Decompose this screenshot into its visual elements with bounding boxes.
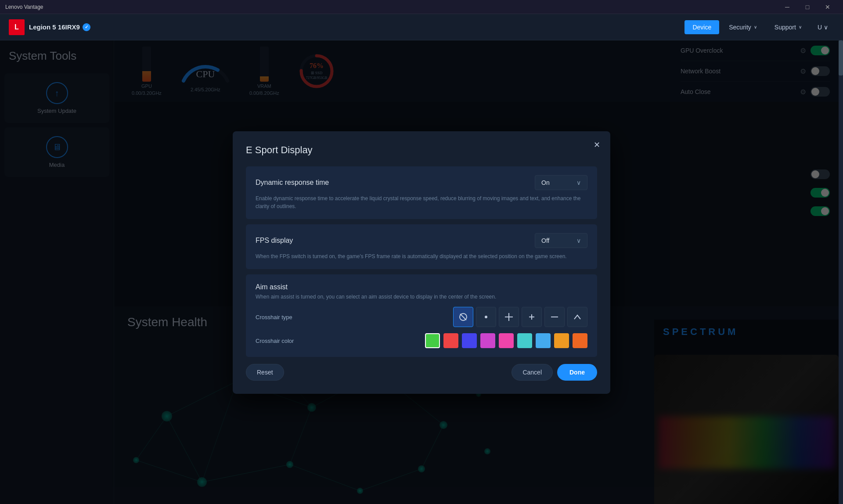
minus-icon (550, 312, 559, 322)
crosshair-type-buttons (453, 307, 587, 327)
nav-support-button[interactable]: Support ∨ (767, 20, 810, 34)
aim-assist-header: Aim assist (256, 283, 587, 291)
plus-icon (504, 312, 514, 322)
dynamic-response-label: Dynamic response time (256, 179, 329, 187)
svg-line-35 (460, 314, 466, 320)
title-bar-controls: ─ □ ✕ (777, 0, 838, 14)
crosshair-color-row: Crosshair color (256, 333, 587, 348)
fps-display-label: FPS display (256, 237, 293, 245)
crosshair-type-minus[interactable] (544, 307, 565, 327)
verified-icon: ✓ (83, 23, 90, 31)
dynamic-response-section: Dynamic response time On ∨ Enable dynami… (246, 166, 597, 219)
crosshair-type-chevron-up[interactable] (567, 307, 587, 327)
scrollbar-thumb[interactable] (839, 40, 843, 76)
nav-security-button[interactable]: Security ∨ (721, 20, 765, 34)
color-red[interactable] (443, 333, 458, 348)
reset-button[interactable]: Reset (246, 364, 284, 381)
color-blue[interactable] (462, 333, 477, 348)
circle-slash-icon (458, 312, 468, 322)
dynamic-response-header: Dynamic response time On ∨ (256, 175, 587, 190)
chevron-up-icon (573, 312, 582, 322)
modal-footer: Reset Cancel Done (246, 364, 597, 381)
esport-display-modal: E Sport Display ✕ Dynamic response time … (233, 131, 610, 394)
fps-display-value: Off (541, 237, 549, 244)
dynamic-response-dropdown[interactable]: On ∨ (535, 175, 587, 190)
app-title: Lenovo Vantage (5, 4, 43, 10)
color-orange[interactable] (573, 333, 587, 348)
support-chevron-icon: ∨ (799, 25, 802, 29)
device-name: Legion 5 16IRX9 ✓ (29, 23, 90, 31)
fps-display-chevron-icon: ∨ (576, 237, 581, 244)
svg-point-36 (485, 316, 487, 318)
crosshair-type-row: Crosshair type (256, 307, 587, 327)
crosshair-color-buttons (425, 333, 587, 348)
close-button[interactable]: ✕ (818, 0, 838, 14)
modal-title: E Sport Display (246, 144, 597, 156)
nav-right: Device Security ∨ Support ∨ U ∨ (684, 20, 834, 34)
cancel-button[interactable]: Cancel (512, 364, 553, 381)
dot-icon (481, 312, 491, 322)
scrollbar[interactable] (839, 40, 843, 504)
fps-display-section: FPS display Off ∨ When the FPS switch is… (246, 224, 597, 269)
color-cyan[interactable] (517, 333, 532, 348)
crosshair-color-label: Crosshair color (256, 337, 294, 344)
fps-display-header: FPS display Off ∨ (256, 233, 587, 248)
color-pink[interactable] (499, 333, 514, 348)
modal-close-button[interactable]: ✕ (590, 138, 603, 151)
aim-assist-desc: When aim assist is turned on, you can se… (256, 294, 587, 300)
fps-display-dropdown[interactable]: Off ∨ (535, 233, 587, 248)
security-chevron-icon: ∨ (754, 25, 757, 29)
color-purple[interactable] (480, 333, 495, 348)
lenovo-logo: L (9, 19, 25, 35)
fps-display-desc: When the FPS switch is turned on, the ga… (256, 252, 587, 260)
crosshair-type-dot[interactable] (476, 307, 496, 327)
dynamic-response-value: On (541, 179, 550, 186)
crosshair-type-small-plus[interactable] (522, 307, 542, 327)
done-button[interactable]: Done (557, 364, 597, 381)
nav-device-button[interactable]: Device (684, 20, 719, 34)
top-nav: L Legion 5 16IRX9 ✓ Device Security ∨ Su… (0, 14, 843, 40)
aim-assist-section: Aim assist When aim assist is turned on,… (246, 274, 597, 357)
logo-area: L Legion 5 16IRX9 ✓ (9, 19, 684, 35)
dynamic-response-desc: Enable dynamic response time to accelera… (256, 194, 587, 210)
crosshair-type-label: Crosshair type (256, 313, 292, 320)
title-bar: Lenovo Vantage ─ □ ✕ (0, 0, 843, 14)
crosshair-type-plus[interactable] (499, 307, 519, 327)
color-green[interactable] (425, 333, 440, 348)
title-bar-app-name: Lenovo Vantage (5, 4, 43, 10)
dynamic-response-chevron-icon: ∨ (576, 179, 581, 186)
maximize-button[interactable]: □ (797, 0, 818, 14)
color-yellow-orange[interactable] (554, 333, 569, 348)
minimize-button[interactable]: ─ (777, 0, 797, 14)
modal-footer-right: Cancel Done (512, 364, 597, 381)
small-plus-icon (527, 312, 537, 322)
aim-assist-title: Aim assist (256, 283, 288, 291)
crosshair-type-circle-slash[interactable] (453, 307, 473, 327)
color-light-blue[interactable] (536, 333, 551, 348)
user-button[interactable]: U ∨ (811, 20, 834, 34)
